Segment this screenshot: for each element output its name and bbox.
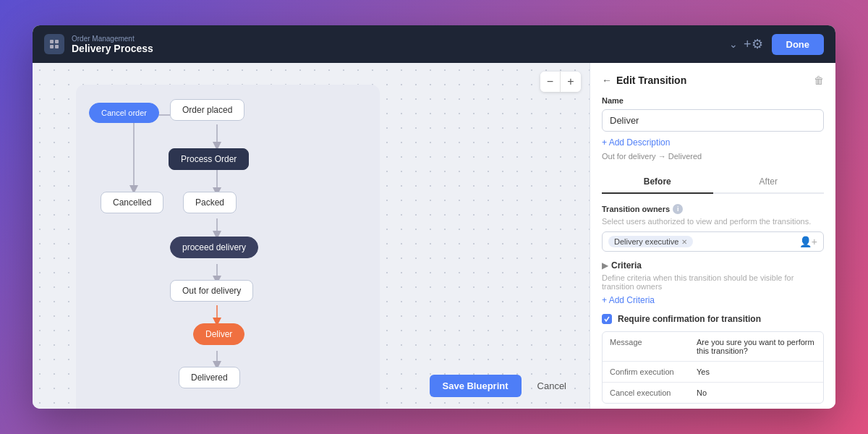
confirm-exec-key: Confirm execution [603, 362, 689, 382]
back-arrow-icon[interactable]: ← [602, 75, 612, 86]
criteria-label: Criteria [611, 260, 642, 271]
node-cancelled[interactable]: Cancelled [101, 192, 163, 213]
require-confirmation-label: Require confirmation for transition [618, 314, 761, 324]
cancel-exec-key: Cancel execution [603, 383, 689, 403]
tab-after[interactable]: After [713, 171, 825, 194]
transition-owners-desc: Select users authorized to view and perf… [602, 217, 824, 226]
breadcrumb: Order Management [72, 35, 723, 43]
cancel-button[interactable]: Cancel [529, 375, 575, 397]
before-after-tabs: Before After [602, 171, 824, 194]
zoom-out-button[interactable]: − [540, 72, 561, 92]
panel-header: ← Edit Transition 🗑 [602, 75, 824, 86]
flow-canvas: − + [33, 63, 590, 409]
node-delivered[interactable]: Delivered [179, 367, 240, 388]
zoom-controls: − + [540, 72, 581, 92]
zoom-in-button[interactable]: + [561, 72, 581, 92]
criteria-desc: Define criteria when this transition sho… [602, 273, 824, 291]
cancel-exec-val: No [689, 383, 823, 403]
transition-owners-label: Transition owners i [602, 204, 824, 214]
add-user-icon[interactable]: 👤+ [799, 236, 817, 247]
flow-info: Out for delivery → Delivered [602, 152, 824, 161]
message-val: Are you sure you want to perform this tr… [689, 332, 823, 361]
node-deliver[interactable]: Deliver [193, 323, 244, 345]
require-confirmation-row[interactable]: Require confirmation for transition [602, 314, 824, 324]
panel-title: Edit Transition [616, 75, 686, 86]
add-tab-button[interactable]: + [744, 37, 752, 52]
node-packed[interactable]: Packed [183, 192, 237, 213]
name-input[interactable] [602, 109, 824, 132]
chevron-down-icon[interactable]: ⌄ [729, 38, 738, 50]
criteria-expand-row[interactable]: ▶ Criteria [602, 260, 824, 271]
svg-rect-1 [55, 40, 59, 43]
message-row: Message Are you sure you want to perform… [603, 332, 823, 362]
require-confirmation-checkbox[interactable] [602, 314, 612, 324]
delivery-executive-tag: Delivery executive ✕ [608, 236, 693, 247]
bottom-action-bar: Save Blueprint Cancel [430, 375, 576, 397]
svg-rect-3 [55, 45, 59, 48]
confirm-exec-val: Yes [689, 362, 823, 382]
svg-rect-0 [50, 40, 54, 43]
confirmation-table: Message Are you sure you want to perform… [602, 331, 824, 404]
node-order-placed[interactable]: Order placed [170, 99, 244, 121]
tab-before[interactable]: Before [602, 171, 713, 194]
message-key: Message [603, 332, 689, 352]
save-blueprint-button[interactable]: Save Blueprint [430, 375, 522, 397]
add-description-link[interactable]: + Add Description [602, 137, 824, 148]
node-cancel-order[interactable]: Cancel order [89, 103, 159, 123]
app-icon [44, 34, 64, 54]
delete-icon[interactable]: 🗑 [814, 75, 824, 86]
name-label: Name [602, 96, 824, 105]
add-criteria-link[interactable]: + Add Criteria [602, 295, 824, 305]
expand-icon: ▶ [602, 260, 608, 271]
info-icon: i [673, 204, 683, 214]
owners-tag-input[interactable]: Delivery executive ✕ 👤+ [602, 231, 824, 252]
edit-transition-panel: ← Edit Transition 🗑 Name + Add Descripti… [590, 63, 835, 409]
window-title: Delivery Process [72, 43, 723, 54]
svg-rect-2 [50, 45, 54, 48]
remove-tag-button[interactable]: ✕ [681, 238, 687, 246]
cancel-exec-row: Cancel execution No [603, 383, 823, 403]
done-button[interactable]: Done [772, 34, 825, 55]
settings-icon[interactable]: ⚙ [752, 36, 763, 52]
node-out-for-delivery[interactable]: Out for delivery [170, 280, 253, 302]
confirm-exec-row: Confirm execution Yes [603, 362, 823, 383]
node-process-order[interactable]: Process Order [169, 148, 249, 170]
node-proceed-delivery[interactable]: proceed delivery [170, 237, 258, 258]
